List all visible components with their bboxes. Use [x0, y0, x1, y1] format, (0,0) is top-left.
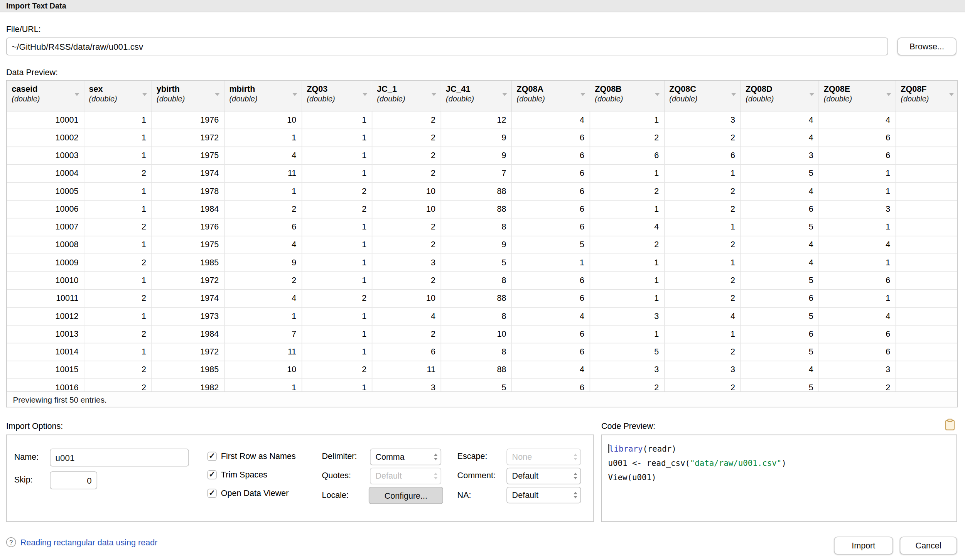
table-cell [896, 164, 958, 182]
table-cell: 11 [224, 164, 302, 182]
table-cell: 9 [224, 253, 302, 271]
table-cell: 4 [741, 361, 819, 378]
table-cell: 4 [741, 111, 819, 128]
table-cell: 1 [818, 182, 895, 200]
table-cell: 3 [818, 361, 895, 378]
column-header-caseid[interactable]: caseid(double) [7, 81, 84, 111]
table-cell: 1 [590, 164, 664, 182]
column-dropdown-arrow-icon[interactable] [214, 93, 219, 96]
column-dropdown-arrow-icon[interactable] [949, 93, 954, 96]
name-label: Name: [14, 452, 39, 462]
locale-configure-button[interactable]: Configure... [369, 487, 443, 504]
column-header-JC_41[interactable]: JC_41(double) [441, 81, 512, 111]
column-name: sex [89, 84, 146, 94]
name-input[interactable] [50, 449, 189, 466]
data-preview-table[interactable]: caseid(double)sex(double)ybirth(double)m… [6, 80, 958, 407]
table-cell [896, 182, 958, 200]
table-cell: 2 [664, 200, 741, 218]
delimiter-select[interactable]: Comma [370, 449, 441, 465]
first-row-as-names-checkbox[interactable] [208, 452, 217, 461]
help-icon[interactable]: ? [6, 537, 16, 547]
table-cell: 1976 [152, 111, 224, 128]
table-cell: 10009 [7, 253, 84, 271]
first-row-as-names-option[interactable]: First Row as Names [208, 452, 296, 461]
column-header-ZQ08B[interactable]: ZQ08B(double) [590, 81, 664, 111]
column-dropdown-arrow-icon[interactable] [142, 93, 147, 96]
table-cell [896, 129, 958, 147]
table-cell: 1985 [152, 361, 224, 378]
column-dropdown-arrow-icon[interactable] [731, 93, 736, 96]
table-cell: 5 [741, 272, 819, 289]
table-cell: 1 [302, 253, 372, 271]
table-cell: 5 [741, 218, 819, 236]
table-cell: 2 [84, 361, 152, 378]
table-cell: 1 [224, 182, 302, 200]
table-cell: 9 [441, 236, 512, 253]
code-preview-label: Code Preview: [601, 422, 655, 431]
table-cell: 1 [84, 129, 152, 147]
trim-spaces-option[interactable]: Trim Spaces [208, 470, 267, 479]
table-cell: 10013 [7, 325, 84, 343]
table-cell: 6 [372, 343, 441, 361]
column-type: (double) [517, 95, 585, 103]
comment-select[interactable]: Default [506, 468, 581, 484]
column-header-ZQ08D[interactable]: ZQ08D(double) [741, 81, 819, 111]
table-row: 10004219741112761151 [7, 164, 958, 182]
table-cell: 1 [511, 253, 590, 271]
file-url-input[interactable] [6, 37, 888, 55]
column-name: ZQ03 [307, 84, 366, 94]
table-cell: 9 [441, 129, 512, 147]
column-dropdown-arrow-icon[interactable] [580, 93, 585, 96]
column-header-ZQ08C[interactable]: ZQ08C(double) [664, 81, 741, 111]
open-data-viewer-option[interactable]: Open Data Viewer [208, 489, 289, 498]
column-header-ZQ08A[interactable]: ZQ08A(double) [511, 81, 590, 111]
code-preview-panel[interactable]: library(readr)u001 <- read_csv("data/raw… [601, 435, 957, 522]
table-cell: 4 [741, 129, 819, 147]
column-dropdown-arrow-icon[interactable] [431, 93, 436, 96]
column-header-ZQ08F[interactable]: ZQ08F(double) [896, 81, 958, 111]
column-type: (double) [824, 95, 890, 103]
column-dropdown-arrow-icon[interactable] [362, 93, 367, 96]
table-cell: 1985 [152, 253, 224, 271]
open-data-viewer-checkbox[interactable] [208, 489, 217, 498]
table-cell: 1 [84, 147, 152, 164]
table-cell: 6 [741, 325, 819, 343]
trim-spaces-checkbox[interactable] [208, 470, 217, 479]
table-cell: 2 [372, 129, 441, 147]
readr-help-link[interactable]: Reading rectangular data using readr [20, 538, 158, 547]
import-text-data-dialog: Import Text Data File/URL: Browse... Dat… [0, 0, 965, 560]
table-cell: 10 [372, 182, 441, 200]
table-cell: 2 [664, 129, 741, 147]
table-cell: 10008 [7, 236, 84, 253]
table-cell: 6 [511, 182, 590, 200]
cancel-button[interactable]: Cancel [900, 536, 957, 554]
column-dropdown-arrow-icon[interactable] [74, 93, 79, 96]
column-dropdown-arrow-icon[interactable] [502, 93, 507, 96]
table-cell: 6 [511, 129, 590, 147]
column-dropdown-arrow-icon[interactable] [655, 93, 660, 96]
table-cell: 10 [224, 111, 302, 128]
browse-button[interactable]: Browse... [898, 37, 957, 55]
import-options-label: Import Options: [6, 422, 63, 431]
code-line: u001 <- read_csv("data/raw/u001.csv") [608, 456, 950, 470]
table-cell: 1 [818, 164, 895, 182]
na-select[interactable]: Default [506, 487, 581, 503]
table-cell: 6 [818, 147, 895, 164]
table-cell: 1984 [152, 200, 224, 218]
copy-code-clipboard-icon[interactable] [945, 418, 955, 431]
column-name: ZQ08A [517, 84, 585, 94]
column-header-mbirth[interactable]: mbirth(double) [224, 81, 302, 111]
column-header-ZQ03[interactable]: ZQ03(double) [302, 81, 372, 111]
table-cell: 2 [302, 182, 372, 200]
column-type: (double) [377, 95, 435, 103]
column-dropdown-arrow-icon[interactable] [809, 93, 814, 96]
column-header-ZQ08E[interactable]: ZQ08E(double) [818, 81, 895, 111]
column-dropdown-arrow-icon[interactable] [292, 93, 297, 96]
column-header-ybirth[interactable]: ybirth(double) [152, 81, 224, 111]
table-cell: 1 [302, 218, 372, 236]
column-header-sex[interactable]: sex(double) [84, 81, 152, 111]
import-button[interactable]: Import [834, 536, 893, 554]
column-dropdown-arrow-icon[interactable] [886, 93, 891, 96]
skip-input[interactable] [50, 471, 97, 489]
column-header-JC_1[interactable]: JC_1(double) [372, 81, 441, 111]
